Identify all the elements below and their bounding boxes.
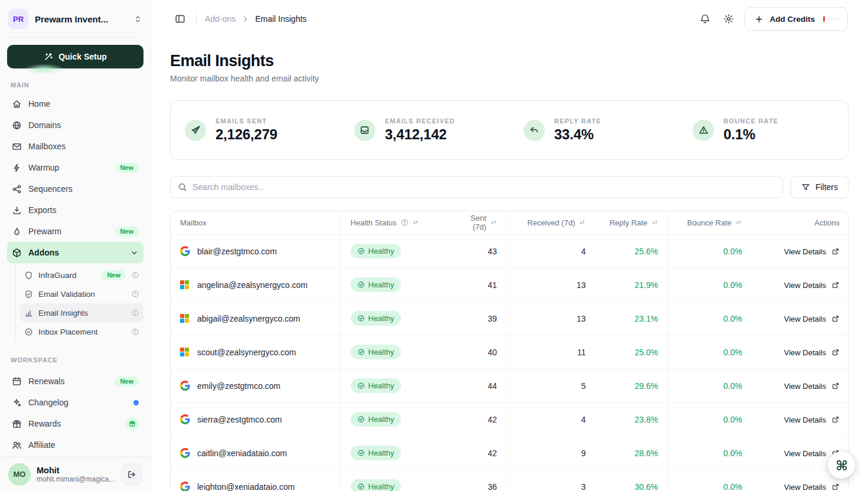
health-status-cell: Healthy xyxy=(341,268,449,302)
column-header-sent-7d[interactable]: Sent (7d) xyxy=(449,211,507,234)
sidebar-item-exports[interactable]: Exports xyxy=(7,199,143,221)
breadcrumb-parent[interactable]: Add-ons xyxy=(205,14,236,24)
sidebar-item-addons[interactable]: Addons xyxy=(7,242,143,263)
sidebar-toggle-button[interactable] xyxy=(172,11,188,27)
sidebar-item-sequencers[interactable]: Sequencers xyxy=(7,178,143,199)
external-link-icon xyxy=(831,315,840,323)
sort-icon[interactable] xyxy=(735,219,742,226)
chevron-down-icon xyxy=(130,248,139,257)
sidebar-item-mailboxes[interactable]: Mailboxes xyxy=(7,136,143,157)
header-divider xyxy=(196,14,197,24)
sort-icon[interactable] xyxy=(579,219,586,226)
sidebar-item-rewards[interactable]: Rewards xyxy=(7,413,143,434)
sent-cell: 39 xyxy=(449,302,507,335)
quick-setup-button[interactable]: Quick Setup xyxy=(7,45,143,68)
table-row: leighton@xeniadataio.com Healthy 36 3 30… xyxy=(171,470,849,491)
mailbox-email: sierra@zestgtmco.com xyxy=(197,415,282,424)
column-header-bounce-rate[interactable]: Bounce Rate xyxy=(668,211,752,234)
external-link-icon xyxy=(831,382,840,390)
main-area: Add-ons Email Insights Add Credits Email… xyxy=(151,0,868,491)
column-header-health-status[interactable]: Health Status xyxy=(341,211,449,234)
user-footer: MO Mohit mohit.mimani@magica... xyxy=(0,457,151,491)
notifications-button[interactable] xyxy=(697,11,713,27)
mailbox-email: blair@zestgtmco.com xyxy=(197,247,277,256)
mailbox-email: scout@zealsynergyco.com xyxy=(197,348,296,357)
sent-cell: 44 xyxy=(449,369,507,402)
sidebar-item-renewals[interactable]: Renewals New xyxy=(7,371,143,392)
column-header-actions[interactable]: Actions xyxy=(752,211,849,234)
sidebar: PR Prewarm Invent... Quick Setup MAIN Ho… xyxy=(0,0,151,491)
sidebar-item-affiliate[interactable]: Affiliate xyxy=(7,434,143,456)
health-status-cell: Healthy xyxy=(341,335,449,369)
column-header-mailbox[interactable]: Mailbox xyxy=(171,211,341,234)
workspace-switcher[interactable]: PR Prewarm Invent... xyxy=(0,0,151,37)
info-icon[interactable] xyxy=(131,309,139,317)
view-details-button[interactable]: View Details xyxy=(784,483,840,491)
workspace-nav-list: Renewals New Changelog Rewards Affiliate xyxy=(7,371,143,456)
sidebar-item-changelog[interactable]: Changelog xyxy=(7,392,143,413)
new-badge: New xyxy=(102,270,126,280)
stat-label: REPLY RATE xyxy=(554,117,602,125)
table-row: sierra@zestgtmco.com Healthy 42 4 23.8% … xyxy=(171,402,849,436)
add-credits-button[interactable]: Add Credits xyxy=(745,7,848,31)
health-status-cell: Healthy xyxy=(341,402,449,436)
column-header-received-7d[interactable]: Received (7d) xyxy=(507,211,595,234)
health-status-badge: Healthy xyxy=(351,345,401,359)
main-section-label: MAIN xyxy=(7,81,143,89)
received-cell: 3 xyxy=(507,470,595,491)
table-row: scout@zealsynergyco.com Healthy 40 11 25… xyxy=(171,335,849,369)
logout-button[interactable] xyxy=(121,464,142,485)
view-details-button[interactable]: View Details xyxy=(784,348,840,357)
view-details-button[interactable]: View Details xyxy=(784,382,840,391)
check-circle-icon xyxy=(357,247,365,255)
info-icon[interactable] xyxy=(131,271,139,279)
actions-cell: View Details xyxy=(752,302,849,335)
mailbox-email: emily@zestgtmco.com xyxy=(197,381,280,391)
view-details-button[interactable]: View Details xyxy=(784,281,840,290)
filters-button[interactable]: Filters xyxy=(791,176,849,198)
command-button[interactable]: ⌘ xyxy=(828,451,855,479)
sort-icon[interactable] xyxy=(490,219,497,226)
settings-button[interactable] xyxy=(721,11,736,27)
user-avatar[interactable]: MO xyxy=(8,463,31,486)
reply-rate-cell: 21.9% xyxy=(595,268,668,302)
plus-icon xyxy=(755,15,763,24)
sort-icon[interactable] xyxy=(651,219,658,226)
sidebar-sub-item-infraguard[interactable]: InfraGuard New xyxy=(20,266,143,284)
sidebar-item-domains[interactable]: Domains xyxy=(7,114,143,136)
sort-icon[interactable] xyxy=(412,219,419,226)
quick-setup-label: Quick Setup xyxy=(58,52,107,61)
main-nav-list: Home Domains Mailboxes Warmup New Sequen… xyxy=(7,93,143,263)
search-icon xyxy=(178,182,187,192)
column-header-reply-rate[interactable]: Reply Rate xyxy=(595,211,668,234)
info-icon[interactable] xyxy=(131,290,139,298)
sent-cell: 42 xyxy=(449,402,507,436)
sidebar-item-prewarm[interactable]: Prewarm New xyxy=(7,221,143,242)
view-details-button[interactable]: View Details xyxy=(784,415,840,424)
inbox-icon xyxy=(354,120,376,141)
sidebar-sub-item-inbox-placement[interactable]: Inbox Placement xyxy=(20,322,143,341)
table-row: abigail@zealsynergyco.com Healthy 39 13 … xyxy=(171,302,849,335)
mailbox-cell: emily@zestgtmco.com xyxy=(171,369,341,402)
sent-cell: 36 xyxy=(449,470,507,491)
received-cell: 11 xyxy=(507,335,595,369)
sidebar-sub-item-email-insights[interactable]: Email Insights xyxy=(20,303,143,322)
google-icon xyxy=(180,482,190,491)
external-link-icon xyxy=(831,483,840,491)
breadcrumb: Add-ons Email Insights xyxy=(205,14,306,24)
received-cell: 4 xyxy=(507,234,595,268)
view-details-button[interactable]: View Details xyxy=(784,315,840,323)
sidebar-item-home[interactable]: Home xyxy=(7,93,143,114)
info-icon[interactable] xyxy=(131,328,139,336)
users-icon xyxy=(12,440,22,450)
external-link-icon xyxy=(831,281,840,289)
page-content: Email Insights Monitor mailbox health an… xyxy=(151,38,868,491)
table-body: blair@zestgtmco.com Healthy 43 4 25.6% 0… xyxy=(171,234,849,491)
search-input[interactable] xyxy=(192,182,775,192)
mailbox-cell: sierra@zestgtmco.com xyxy=(171,402,341,436)
sidebar-sub-item-email-validation[interactable]: Email Validation xyxy=(20,284,143,303)
sidebar-item-warmup[interactable]: Warmup New xyxy=(7,157,143,178)
view-details-button[interactable]: View Details xyxy=(784,247,840,256)
stat-value: 2,126,279 xyxy=(216,126,278,143)
help-icon[interactable] xyxy=(400,218,409,227)
